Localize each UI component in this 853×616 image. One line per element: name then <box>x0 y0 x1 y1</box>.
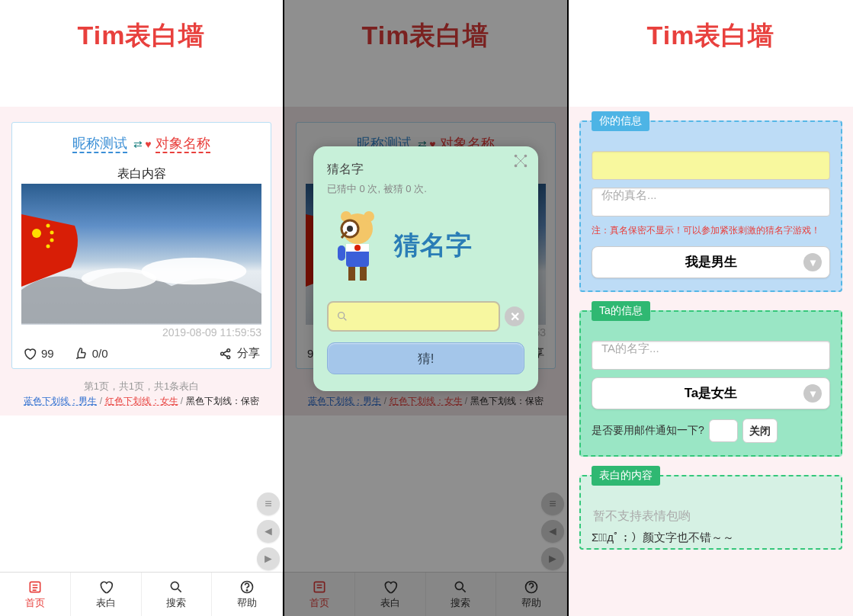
svg-point-37 <box>354 245 361 251</box>
search-icon <box>168 579 184 595</box>
your-info-section: 你的信息 你的真名... 注：真名保密不显示！可以参加紧张刺激的猜名字游戏！ 我… <box>579 120 842 292</box>
legend: 蓝色下划线：男生 / 红色下划线：女生 / 黑色下划线：保密 <box>11 395 271 408</box>
prev-button[interactable]: ◄ <box>257 520 280 543</box>
arrow-icon: ⇄ <box>133 138 143 150</box>
svg-point-32 <box>364 211 374 222</box>
heart-icon: ♥ <box>145 138 151 150</box>
header: Tim表白墙 <box>0 0 283 107</box>
next-button[interactable]: ► <box>257 547 280 570</box>
tab-confess[interactable]: 表白 <box>71 573 142 616</box>
popup-illustration: 猜名字 <box>327 204 524 287</box>
to-name[interactable]: 对象名称 <box>156 136 210 153</box>
thumb-icon <box>74 347 88 361</box>
share-icon <box>219 347 232 361</box>
guess-button[interactable]: 猜! <box>327 342 524 374</box>
section-title: 你的信息 <box>592 111 649 131</box>
svg-rect-39 <box>360 267 367 281</box>
confession-photo[interactable] <box>21 184 261 325</box>
mail-toggle[interactable] <box>709 419 738 442</box>
heart-icon <box>98 579 114 595</box>
help-icon <box>239 579 255 595</box>
mail-label: 是否要用邮件通知一下? <box>592 424 704 438</box>
kaomoji-hint: Σ（ﾟдﾟ；）颜文字也不错～～ <box>592 531 830 545</box>
svg-rect-40 <box>338 245 345 261</box>
chevron-down-icon: ▾ <box>803 384 822 403</box>
svg-point-34 <box>347 226 353 232</box>
svg-rect-38 <box>348 267 355 281</box>
timestamp: 2019-08-09 11:59:53 <box>21 326 261 338</box>
share-button[interactable]: 分享 <box>219 346 260 361</box>
tab-help[interactable]: 帮助 <box>212 573 283 616</box>
pager-text: 第1页，共1页，共1条表白 <box>11 380 271 393</box>
content-label: 表白内容 <box>21 166 261 182</box>
chevron-down-icon: ▾ <box>803 253 822 271</box>
list-icon <box>27 579 43 595</box>
ta-gender-select[interactable]: Ta是女生 ▾ <box>592 377 830 409</box>
app-title: Tim表白墙 <box>0 18 283 53</box>
svg-point-17 <box>246 589 247 590</box>
tab-bar: 首页 表白 搜索 帮助 <box>0 572 283 616</box>
close-icon[interactable] <box>512 152 529 169</box>
svg-point-42 <box>338 313 345 319</box>
clear-button[interactable]: ✕ <box>505 306 524 326</box>
section-title: 表白的内容 <box>592 466 660 486</box>
guess-input[interactable] <box>327 301 500 332</box>
svg-point-6 <box>82 268 156 290</box>
mail-off-button[interactable]: 关闭 <box>742 419 778 443</box>
menu-button[interactable]: ≡ <box>257 492 280 515</box>
vote-button[interactable]: 0/0 <box>74 347 108 361</box>
realname-note: 注：真名保密不显示！可以参加紧张刺激的猜名字游戏！ <box>592 224 830 237</box>
from-name[interactable]: 昵称测试 <box>72 136 127 153</box>
content-textarea[interactable]: 暂不支持表情包哟 <box>592 505 830 531</box>
ta-info-section: Ta的信息 TA的名字... Ta是女生 ▾ 是否要用邮件通知一下? 关闭 <box>579 310 842 457</box>
confession-card: 昵称测试 ⇄♥ 对象名称 表白内容 <box>11 122 271 369</box>
app-title: Tim表白墙 <box>569 18 853 53</box>
popup-title: 猜名字 <box>327 162 524 178</box>
content-section: 表白的内容 暂不支持表情包哟 Σ（ﾟдﾟ；）颜文字也不错～～ <box>579 475 842 550</box>
search-icon <box>336 310 348 322</box>
svg-point-5 <box>142 258 247 284</box>
realname-input[interactable]: 你的真名... <box>592 188 830 217</box>
guess-name-popup: 猜名字 已猜中 0 次, 被猜 0 次. 猜名字 ✕ <box>313 146 538 391</box>
svg-line-43 <box>344 318 346 320</box>
popup-subtitle: 已猜中 0 次, 被猜 0 次. <box>327 182 524 196</box>
my-gender-select[interactable]: 我是男生 ▾ <box>592 246 830 278</box>
svg-line-15 <box>178 589 181 592</box>
section-title: Ta的信息 <box>592 301 650 321</box>
nickname-input[interactable] <box>592 151 830 180</box>
tab-search[interactable]: 搜索 <box>142 573 213 616</box>
tab-home[interactable]: 首页 <box>0 573 71 616</box>
ta-name-input[interactable]: TA的名字... <box>592 341 830 370</box>
like-button[interactable]: 99 <box>23 347 54 361</box>
heart-outline-icon <box>23 347 37 361</box>
svg-point-14 <box>172 582 179 589</box>
